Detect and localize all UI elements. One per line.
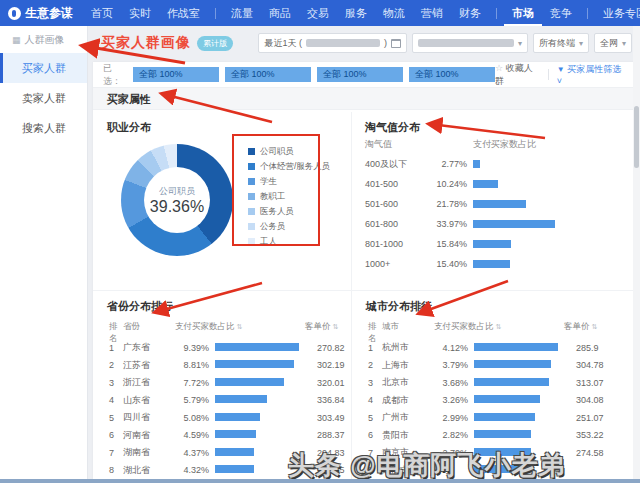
taoqi-row: 401-50010.24% [365, 176, 627, 192]
app-brand-label: 生意参谋 [25, 5, 73, 22]
filter-chip-4[interactable]: 全部 100% [409, 67, 495, 82]
taoqi-category: 401-500 [365, 179, 425, 189]
cell-bar [215, 343, 299, 351]
taoqi-category: 501-600 [365, 199, 425, 209]
selected-label: 已选： [103, 62, 129, 88]
table-row[interactable]: 2上海市3.79%304.78 [352, 357, 607, 374]
date-range-label: 最近1天 ( [264, 37, 302, 50]
blurred-date-value [306, 39, 380, 47]
filter-chip-2[interactable]: 全部 100% [225, 67, 311, 82]
cell-percent: 5.08% [175, 413, 215, 423]
taoqi-row: 601-80033.97% [365, 216, 627, 232]
nav-item-流量[interactable]: 流量 [223, 0, 261, 26]
taoqi-category: 801-1000 [365, 239, 425, 249]
sort-icon[interactable]: ⇅ [331, 323, 339, 330]
table-row[interactable]: 3浙江省7.72%320.01 [93, 374, 348, 391]
version-badge: 累计版 [197, 36, 233, 51]
favorite-crowd-button[interactable]: ☆ 收藏人群 [495, 62, 540, 88]
scrollbar-track[interactable] [633, 26, 640, 483]
table-row[interactable]: 5四川省5.08%303.49 [93, 409, 348, 426]
page-header: 买家人群画像 累计版 最近1天 ( ) ▾ 所有终端 ▾ 全网 ▾ [89, 26, 640, 60]
donut-center-label: 公司职员 39.36% [121, 144, 233, 256]
nav-item-竞争[interactable]: 竞争 [542, 0, 580, 26]
nav-item-财务[interactable]: 财务 [451, 0, 489, 26]
cell-bar [474, 343, 558, 351]
cell-bar [215, 378, 284, 386]
table-row[interactable]: 4成都市3.26%304.08 [352, 392, 607, 409]
taoqi-bar[interactable] [473, 180, 498, 188]
cell-bar [474, 430, 531, 438]
taoqi-bar[interactable] [473, 160, 480, 168]
taoqi-bar[interactable] [473, 220, 555, 228]
nav-item-市场[interactable]: 市场 [504, 0, 542, 26]
table-row[interactable]: 5广州市2.99%251.07 [352, 409, 607, 426]
nav-item-商品[interactable]: 商品 [261, 0, 299, 26]
legend-swatch-icon [248, 148, 255, 155]
cell-bar [215, 413, 260, 421]
cell-rank: 5 [93, 413, 123, 423]
cell-price: 304.78 [564, 360, 604, 370]
nav-item-实时[interactable]: 实时 [121, 0, 159, 26]
sidebar-item-搜索人群[interactable]: 搜索人群 [0, 113, 87, 143]
nav-item-营销[interactable]: 营销 [413, 0, 451, 26]
nav-item-交易[interactable]: 交易 [299, 0, 337, 26]
cell-name: 杭州市 [382, 341, 434, 354]
terminal-selector[interactable]: 所有终端 ▾ [533, 33, 589, 53]
filter-chip-1[interactable]: 全部 100% [133, 67, 219, 82]
cell-percent: 3.68% [434, 378, 474, 388]
nav-item-业务专区[interactable]: 业务专区 [595, 0, 640, 26]
cell-bar [474, 413, 535, 421]
cell-bar [474, 395, 540, 403]
table-row[interactable]: 6河南省4.59%288.37 [93, 427, 348, 444]
cell-rank: 6 [93, 430, 123, 440]
taoqi-category: 400及以下 [365, 158, 425, 171]
cell-bar-container [474, 378, 564, 388]
nav-item-首页[interactable]: 首页 [83, 0, 121, 26]
date-range-picker[interactable]: 最近1天 ( ) [258, 33, 407, 53]
sidebar-item-卖家人群[interactable]: 卖家人群 [0, 83, 87, 113]
nav-item-作战室[interactable]: 作战室 [159, 0, 208, 26]
table-row[interactable]: 2江苏省8.81%302.19 [93, 357, 348, 374]
sort-icon[interactable]: ⇅ [494, 323, 502, 330]
filter-bar: 已选： 全部 100%全部 100%全部 100%全部 100% ☆ 收藏人群 … [93, 62, 636, 88]
filter-chip-3[interactable]: 全部 100% [317, 67, 403, 82]
shop-selector[interactable]: ▾ [412, 33, 528, 53]
taoqi-bar[interactable] [473, 240, 511, 248]
nav-item-物流[interactable]: 物流 [375, 0, 413, 26]
legend-item-公务员: 公务员 [248, 219, 325, 234]
nav-menu: 首页实时作战室流量商品交易服务物流营销财务市场竞争业务专区取数学院 [83, 0, 640, 26]
nav-item-服务[interactable]: 服务 [337, 0, 375, 26]
app-brand[interactable]: 生意参谋 [0, 5, 83, 22]
taoqi-bar[interactable] [473, 260, 510, 268]
cell-name: 江苏省 [123, 359, 175, 372]
scope-selector[interactable]: 全网 ▾ [594, 33, 632, 53]
cell-price: 303.49 [305, 413, 345, 423]
taoqi-row: 400及以下2.77% [365, 156, 627, 172]
section-title: 买家属性 [107, 93, 151, 105]
taoqi-percent: 15.84% [425, 239, 473, 249]
table-row[interactable]: 3北京市3.68%313.07 [352, 374, 607, 391]
cell-name: 四川省 [123, 411, 175, 424]
table-row[interactable]: 1杭州市4.12%285.9 [352, 339, 607, 356]
table-row[interactable]: 4山东省5.79%336.84 [93, 392, 348, 409]
cell-bar [474, 378, 549, 386]
scrollbar-thumb[interactable] [634, 106, 639, 168]
cell-bar-container [215, 378, 305, 388]
taoqi-bar[interactable] [473, 200, 526, 208]
table-row[interactable]: 1广东省9.39%270.82 [93, 339, 348, 356]
cell-percent: 8.81% [175, 360, 215, 370]
sort-icon[interactable]: ⇅ [590, 323, 598, 330]
buyer-attr-filter-button[interactable]: ▼ 买家属性筛选 ˅ [557, 63, 626, 86]
cell-percent: 3.26% [434, 395, 474, 405]
legend-item-个体经营/服务人员: 个体经营/服务人员 [248, 159, 325, 174]
cell-name: 贵阳市 [382, 429, 434, 442]
grid-icon: ▦ [12, 35, 21, 45]
table-row[interactable]: 6贵阳市2.82%353.22 [352, 427, 607, 444]
cell-rank: 2 [352, 360, 382, 370]
cell-bar-container [215, 413, 305, 423]
scope-selector-value: 全网 [600, 37, 618, 50]
sidebar-item-买家人群[interactable]: 买家人群 [0, 53, 87, 83]
chevron-down-icon: ▾ [579, 39, 583, 48]
cell-rank: 4 [93, 395, 123, 405]
sort-icon[interactable]: ⇅ [235, 323, 243, 330]
